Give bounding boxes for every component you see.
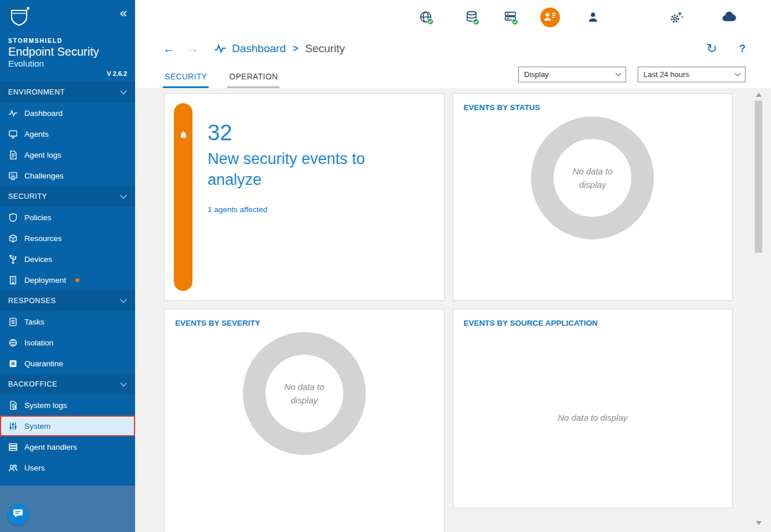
section-label: ENVIRONMENT [8, 88, 65, 96]
card-title: EVENTS BY STATUS [453, 94, 733, 112]
card-title: EVENTS BY SEVERITY [165, 309, 444, 327]
settings-sparkle-icon[interactable] [668, 10, 684, 25]
sidebar-item-label: Users [24, 464, 45, 472]
no-data-message: No data to display [558, 411, 627, 424]
section-responses[interactable]: RESPONSES [0, 290, 135, 311]
system-icon [8, 421, 18, 431]
sidebar-item-label: Agent logs [24, 151, 61, 159]
sidebar-item-label: Agents [24, 130, 49, 139]
vertical-scrollbar[interactable] [754, 92, 763, 526]
agent-handlers-icon [8, 442, 18, 452]
forward-arrow-icon[interactable]: → [187, 42, 199, 56]
sidebar-item-isolation[interactable]: Isolation [0, 332, 135, 353]
no-data-message: No data to display [266, 355, 343, 432]
sidebar-item-tasks[interactable]: Tasks [0, 311, 135, 332]
product-name: Endpoint Security [8, 45, 127, 59]
cloud-icon[interactable] [721, 9, 737, 25]
chat-bubble-icon [12, 508, 24, 522]
scrollbar-thumb[interactable] [755, 101, 762, 253]
sidebar-item-dashboard[interactable]: Dashboard [0, 103, 135, 123]
devices-icon [8, 254, 18, 264]
section-backoffice[interactable]: BACKOFFICE [0, 374, 135, 395]
chat-button[interactable] [8, 504, 28, 525]
events-by-severity-card: EVENTS BY SEVERITY No data to display [164, 309, 445, 532]
sidebar-item-agent-logs[interactable]: Agent logs [0, 144, 135, 165]
user-icon[interactable] [586, 10, 600, 24]
dashboard-content: 32 New security events to analyze 1 agen… [135, 88, 771, 532]
no-data-message: No data to display [554, 139, 631, 217]
sidebar-item-label: Deployment [24, 276, 66, 285]
product-edition: Evolution [8, 59, 127, 68]
bell-icon [179, 131, 188, 143]
section-label: RESPONSES [8, 297, 56, 305]
display-dropdown-value: Display [524, 70, 549, 79]
sidebar-item-agents[interactable]: Agents [0, 123, 135, 144]
database-status-icon[interactable] [464, 10, 480, 25]
deployment-notification-dot [75, 278, 79, 282]
section-environment[interactable]: ENVIRONMENT [0, 82, 135, 103]
chevron-down-icon [120, 380, 126, 386]
help-icon[interactable]: ? [739, 43, 745, 55]
tab-operation[interactable]: OPERATION [227, 72, 279, 88]
chevron-down-icon [120, 192, 126, 198]
new-events-count: 32 [208, 121, 367, 145]
breadcrumb-current-page: Security [305, 42, 345, 55]
time-range-dropdown[interactable]: Last 24 hours [638, 67, 745, 82]
alert-accent-bar [174, 103, 192, 291]
sidebar-item-agent-handlers[interactable]: Agent handlers [0, 436, 135, 457]
sidebar-item-label: Resources [24, 234, 62, 243]
section-security[interactable]: SECURITY [0, 186, 135, 207]
sidebar-footer [0, 486, 135, 532]
sidebar-item-policies[interactable]: Policies [0, 207, 135, 228]
users-icon [8, 463, 18, 473]
sidebar-nav: ENVIRONMENT Dashboard Agents Agent logs [0, 82, 135, 486]
status-donut-chart: No data to display [531, 116, 654, 239]
scroll-down-arrow[interactable] [756, 521, 762, 525]
sidebar-item-label: Dashboard [24, 109, 63, 118]
sidebar-item-deployment[interactable]: Deployment [0, 269, 135, 290]
agents-affected-link[interactable]: 1 agents affected [208, 205, 367, 214]
refresh-icon[interactable]: ↻ [707, 42, 717, 55]
sidebar-item-label: Tasks [24, 318, 45, 326]
network-status-icon[interactable] [419, 10, 434, 25]
back-arrow-icon[interactable]: ← [163, 42, 175, 56]
filters: Display Last 24 hours [518, 67, 745, 82]
agents-icon [8, 129, 18, 139]
sidebar-item-challenges[interactable]: Challenges [0, 165, 135, 186]
tasks-icon [8, 317, 18, 327]
tab-security[interactable]: SECURITY [163, 72, 209, 88]
sidebar-item-quarantine[interactable]: Quarantine [0, 353, 135, 374]
scroll-up-arrow[interactable] [756, 93, 762, 97]
deployment-icon [8, 275, 18, 285]
section-label: BACKOFFICE [8, 380, 57, 388]
display-dropdown[interactable]: Display [518, 67, 626, 82]
quarantine-icon [8, 359, 18, 369]
sidebar-item-system[interactable]: System [0, 416, 135, 436]
breadcrumb-separator: > [293, 43, 298, 54]
console-active-icon[interactable] [540, 7, 561, 28]
chevron-down-icon [120, 88, 126, 94]
chevron-down-icon [120, 296, 126, 303]
severity-donut-chart: No data to display [243, 332, 366, 455]
sidebar-item-resources[interactable]: Resources [0, 228, 135, 249]
sidebar-header: « STORMSHIELD Endpoint Security Evolutio… [0, 0, 135, 82]
agent-handler-status-icon[interactable] [503, 10, 519, 25]
sidebar-item-label: Challenges [24, 172, 64, 180]
card-title: EVENTS BY SOURCE APPLICATION [453, 309, 733, 327]
events-by-source-card: EVENTS BY SOURCE APPLICATION No data to … [453, 309, 733, 508]
stormshield-logo-icon [8, 6, 31, 30]
sidebar-item-users[interactable]: Users [0, 457, 135, 478]
sidebar-collapse-button[interactable]: « [120, 7, 127, 20]
system-logs-icon [8, 400, 18, 410]
sidebar-item-label: Isolation [24, 338, 53, 347]
policies-icon [8, 213, 18, 223]
breadcrumb-dashboard-link[interactable]: Dashboard [232, 42, 286, 55]
breadcrumb: ← → Dashboard > Security ↻ ? [135, 35, 771, 63]
sidebar-item-label: System [24, 422, 50, 431]
resources-icon [8, 234, 18, 243]
sidebar-item-system-logs[interactable]: System logs [0, 395, 135, 416]
section-label: SECURITY [8, 192, 47, 201]
tab-bar: SECURITY OPERATION Display Last 24 hours [135, 63, 771, 88]
sidebar-item-devices[interactable]: Devices [0, 249, 135, 269]
new-events-headline: New security events to analyze [208, 149, 367, 190]
